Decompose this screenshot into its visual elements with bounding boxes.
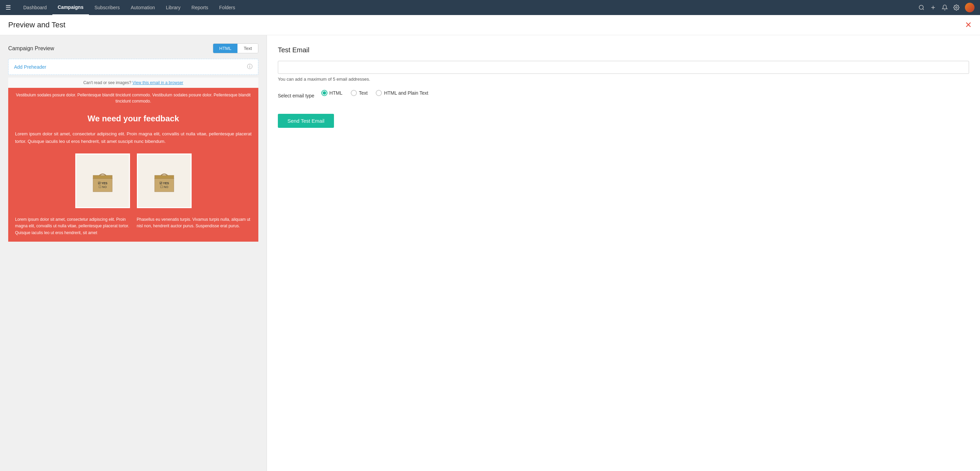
radio-option-html-plain[interactable]: HTML and Plain Text xyxy=(376,90,428,96)
nav-campaigns[interactable]: Campaigns xyxy=(52,0,89,15)
left-panel: Campaign Preview HTML Text Add Preheader… xyxy=(0,35,267,471)
svg-text:☑ YES: ☑ YES xyxy=(159,181,169,185)
search-button[interactable] xyxy=(918,5,924,11)
svg-rect-9 xyxy=(155,178,174,192)
test-email-input[interactable] xyxy=(278,61,969,74)
email-two-col: Lorem ipsum dolor sit amet, consectetur … xyxy=(8,214,258,242)
nav-right-icons xyxy=(918,3,975,12)
browser-bar: Can't read or see images? View this emai… xyxy=(8,78,258,88)
email-preview: Vestibulum sodales posure dolor. Pellent… xyxy=(8,88,258,242)
info-icon: ⓘ xyxy=(247,63,253,70)
campaign-preview-title: Campaign Preview xyxy=(8,46,54,52)
email-images-row: ☑ YES ☐ NO ☑ YES ☐ NO xyxy=(8,151,258,214)
svg-rect-10 xyxy=(155,175,174,179)
radio-html-label: HTML xyxy=(329,90,342,96)
nav-folders[interactable]: Folders xyxy=(214,0,241,15)
radio-html-circle[interactable] xyxy=(321,90,328,96)
nav-library[interactable]: Library xyxy=(161,0,186,15)
email-body-text: Lorem ipsum dolor sit amet, consectetur … xyxy=(8,127,258,151)
svg-text:☐ NO: ☐ NO xyxy=(99,185,107,189)
settings-button[interactable] xyxy=(953,5,959,11)
view-toggle-group: HTML Text xyxy=(213,43,258,53)
nav-reports[interactable]: Reports xyxy=(186,0,214,15)
page-header: Preview and Test ✕ xyxy=(0,15,980,35)
radio-text-circle[interactable] xyxy=(351,90,357,96)
html-toggle-button[interactable]: HTML xyxy=(213,44,237,53)
preheader-bar: Add Preheader ⓘ xyxy=(8,59,258,75)
test-email-title: Test Email xyxy=(278,46,969,54)
radio-text-label: Text xyxy=(359,90,368,96)
nav-dashboard[interactable]: Dashboard xyxy=(18,0,52,15)
svg-rect-5 xyxy=(93,178,112,192)
notifications-button[interactable] xyxy=(942,5,948,11)
text-toggle-button[interactable]: Text xyxy=(237,44,258,53)
main-layout: Campaign Preview HTML Text Add Preheader… xyxy=(0,35,980,471)
view-in-browser-link[interactable]: View this email in a browser xyxy=(132,80,183,85)
email-col1-text: Lorem ipsum dolor sit amet, consectetur … xyxy=(15,216,130,236)
send-test-email-button[interactable]: Send Test Email xyxy=(278,114,334,128)
ballot-box-2: ☑ YES ☐ NO xyxy=(137,154,192,208)
svg-text:☐ NO: ☐ NO xyxy=(160,185,169,189)
email-header-text: Vestibulum sodales posure dolor. Pellent… xyxy=(8,88,258,108)
email-helper-text: You can add a maximum of 5 email address… xyxy=(278,76,969,82)
radio-html-plain-circle[interactable] xyxy=(376,90,382,96)
panel-header: Campaign Preview HTML Text xyxy=(8,43,258,53)
radio-option-text[interactable]: Text xyxy=(351,90,368,96)
svg-text:☑ YES: ☑ YES xyxy=(98,181,107,185)
select-email-type-row: Select email type HTML Text HTML and Pla… xyxy=(278,90,969,106)
radio-html-plain-label: HTML and Plain Text xyxy=(384,90,428,96)
page-title: Preview and Test xyxy=(8,21,65,29)
nav-links: Dashboard Campaigns Subscribers Automati… xyxy=(18,0,918,15)
email-col2-text: Phasellus eu venenatis turpis. Vivamus t… xyxy=(137,216,252,236)
user-avatar[interactable] xyxy=(965,3,975,12)
hamburger-icon[interactable]: ☰ xyxy=(5,4,11,11)
email-headline: We need your feedback xyxy=(8,108,258,127)
browser-bar-text: Can't read or see images? xyxy=(83,80,131,85)
top-nav: ☰ Dashboard Campaigns Subscribers Automa… xyxy=(0,0,980,15)
right-panel: Test Email You can add a maximum of 5 em… xyxy=(267,35,980,471)
nav-subscribers[interactable]: Subscribers xyxy=(89,0,125,15)
svg-rect-6 xyxy=(93,175,112,179)
email-type-radio-group: HTML Text HTML and Plain Text xyxy=(321,90,428,96)
close-button[interactable]: ✕ xyxy=(965,21,972,29)
select-email-type-label: Select email type xyxy=(278,93,315,98)
ballot-box-1: ☑ YES ☐ NO xyxy=(75,154,130,208)
nav-automation[interactable]: Automation xyxy=(125,0,161,15)
svg-point-4 xyxy=(956,7,958,8)
svg-line-1 xyxy=(923,8,924,10)
radio-option-html[interactable]: HTML xyxy=(321,90,342,96)
add-preheader-link[interactable]: Add Preheader xyxy=(14,64,46,70)
svg-point-0 xyxy=(919,5,923,9)
add-button[interactable] xyxy=(930,5,936,11)
